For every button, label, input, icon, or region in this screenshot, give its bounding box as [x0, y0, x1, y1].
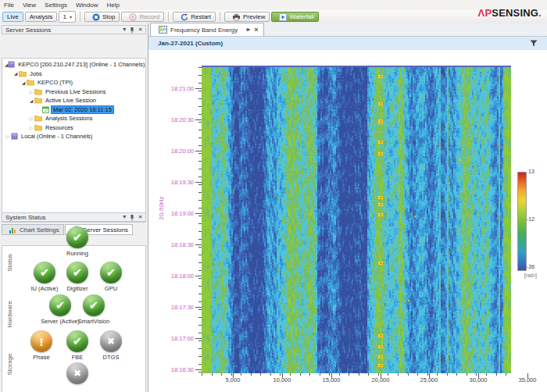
folder-icon: [27, 79, 34, 86]
pin-icon[interactable]: [129, 27, 135, 34]
tree-item[interactable]: Mar 02, 2020 16:11:15: [2, 105, 145, 115]
axis-tick: [195, 276, 202, 276]
tab-chart-settings[interactable]: Chart Settings: [2, 224, 64, 235]
axis-tick: [198, 153, 202, 154]
expander-open-icon[interactable]: ◢: [28, 98, 34, 103]
system-status-panel-header: System Status ▾ ×: [2, 212, 146, 222]
axis-tick: [427, 373, 428, 376]
expander-closed-icon[interactable]: ▷: [28, 116, 34, 121]
tree-item[interactable]: ▷Resources: [2, 123, 145, 133]
record-button[interactable]: Record: [121, 12, 164, 22]
axis-tick: [368, 373, 369, 376]
menu-window[interactable]: Window: [76, 2, 98, 9]
axis-tick: [198, 114, 202, 115]
tree-item[interactable]: ◢KEPCO [200.210.247.213] (Online - 1 Cha…: [2, 60, 145, 69]
close-icon[interactable]: ×: [138, 214, 142, 220]
tree-item[interactable]: ▷Local (Online - 1 Channels): [2, 132, 145, 141]
axis-tick: [195, 151, 202, 151]
axis-tick: [202, 373, 202, 376]
restart-label: Restart: [191, 13, 211, 20]
axis-tick: [198, 106, 202, 107]
expander-closed-icon[interactable]: ▷: [5, 134, 11, 139]
axis-tick: [198, 270, 202, 271]
axis-tick: [198, 192, 202, 193]
analysis-button[interactable]: Analysis: [25, 12, 58, 22]
tree-item[interactable]: ◢KEPCO (TPI): [2, 78, 145, 87]
axis-tick: [195, 338, 202, 339]
axis-tick: [198, 169, 202, 169]
colorbar-mid-label: -12: [527, 216, 534, 222]
tab-chart-settings-label: Chart Settings: [20, 226, 59, 233]
stop-button[interactable]: Stop: [84, 12, 120, 22]
expander-open-icon[interactable]: ◢: [20, 80, 27, 85]
tab-frequency-band-energy[interactable]: Frequency Band Energy ×: [150, 23, 264, 36]
date-header: Jan-27-2021 (Custom): [158, 40, 223, 47]
axis-tick: [198, 255, 202, 255]
tree-item[interactable]: ◢Active Live Session: [2, 96, 145, 105]
channel-select[interactable]: 1 ▾: [59, 11, 75, 23]
tab-close-icon[interactable]: ×: [254, 26, 258, 34]
axis-tick: [198, 223, 202, 224]
colorbar-min-label: -36: [527, 264, 534, 269]
waterfall-button[interactable]: Waterfall: [271, 12, 318, 22]
pin-icon[interactable]: [244, 27, 251, 33]
menu-view[interactable]: View: [23, 2, 36, 9]
time-tick-label: 18:17:00: [161, 335, 194, 342]
axis-tick: [198, 67, 202, 68]
close-icon[interactable]: ×: [138, 27, 142, 33]
axis-tick: [198, 294, 202, 294]
tab-frequency-band-energy-label: Frequency Band Energy: [170, 27, 238, 34]
document-tab-bar: Frequency Band Energy ×: [148, 23, 547, 37]
live-label: Live: [7, 13, 19, 20]
pin-icon[interactable]: [129, 214, 135, 221]
record-label: Record: [139, 13, 159, 20]
axis-tick: [198, 301, 202, 302]
menu-help[interactable]: Help: [106, 2, 119, 9]
live-button[interactable]: Live: [2, 12, 23, 22]
tab-server-sessions-label: Server Sessions: [83, 226, 128, 233]
axis-tick: [198, 325, 202, 326]
analysis-label: Analysis: [30, 13, 53, 20]
tree-item[interactable]: ◢Jobs: [2, 69, 145, 79]
menu-file[interactable]: File: [4, 2, 14, 9]
apsensing-logo: ΛPSENSING.: [478, 7, 542, 19]
preview-button[interactable]: Preview: [224, 12, 270, 22]
filter-funnel-icon[interactable]: [530, 40, 538, 48]
axis-tick: [447, 373, 448, 376]
panel-menu-icon[interactable]: ▾: [123, 214, 126, 220]
tree-item-label: Local (Online - 1 Channels): [20, 133, 94, 140]
axis-tick: [212, 373, 213, 376]
axis-tick: [198, 137, 202, 138]
axis-tick: [456, 373, 457, 376]
colorbar-max-label: 13: [528, 169, 534, 174]
status-group-label: Status: [6, 240, 13, 287]
expander-closed-icon[interactable]: ▷: [28, 125, 34, 130]
axis-tick: [198, 262, 202, 263]
expander-open-icon[interactable]: ◢: [13, 71, 19, 76]
status-icon-unlabeled: ✖: [66, 362, 88, 384]
time-tick-label: 18:16:30: [161, 366, 194, 373]
axis-tick: [198, 247, 202, 248]
server-icon: [11, 133, 18, 140]
menu-settings[interactable]: Settings: [45, 2, 67, 9]
tree-item-label: Jobs: [28, 70, 44, 77]
expander-closed-icon[interactable]: ▷: [28, 89, 34, 94]
axis-tick: [349, 373, 349, 376]
axis-tick: [378, 373, 379, 376]
tree-item[interactable]: ▷Previous Live Sessions: [2, 87, 145, 97]
restart-button[interactable]: Restart: [173, 12, 216, 22]
status-label-smartvision: SmartVision: [69, 318, 119, 325]
panel-menu-icon[interactable]: ▾: [123, 27, 126, 33]
stop-icon: [92, 13, 100, 21]
status-label-dtgs: DTGS: [86, 354, 136, 361]
stop-label: Stop: [102, 13, 115, 20]
axis-tick: [429, 373, 430, 378]
waterfall-canvas[interactable]: [202, 66, 511, 373]
axis-tick: [195, 307, 202, 308]
axis-tick: [241, 373, 241, 376]
axis-tick: [198, 372, 202, 372]
axis-tick: [329, 373, 330, 376]
time-tick-label: 18:18:30: [161, 241, 194, 248]
tree-item-label: Mar 02, 2020 16:11:15: [51, 105, 114, 114]
tree-item[interactable]: ▷Analysis Sessions: [2, 114, 145, 123]
